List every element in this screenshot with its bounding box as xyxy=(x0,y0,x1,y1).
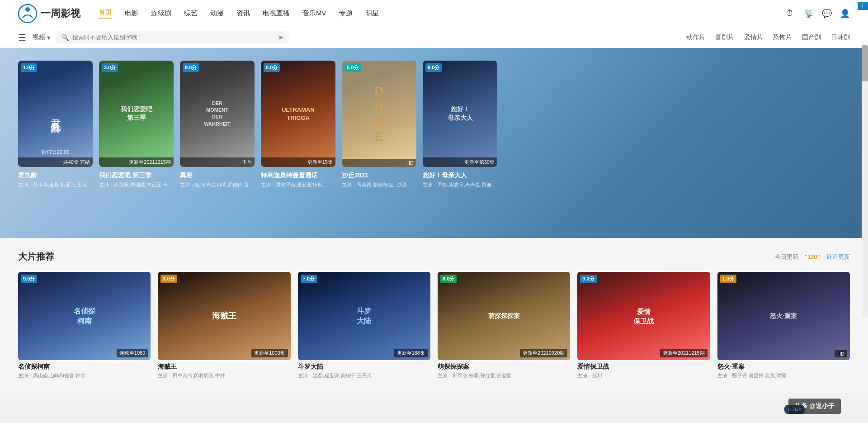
movie-item-6[interactable]: 怒火·重案 1.0分 HD 怒火·重案 主演：甄子丹,谢霆锋,姜岚,谭耀... xyxy=(717,272,850,380)
movie-grid: 名侦探柯南 9.0分 连载至1089 名侦探柯南 主演：高山南,山崎和佳音,神谷… xyxy=(18,272,850,380)
card-date-1: 9月7日20:00 xyxy=(18,147,93,157)
poster-text-6: 您好！母亲大人 xyxy=(448,105,473,123)
movie-score-5: 9.0分 xyxy=(580,275,596,283)
search-icon: 🔍 xyxy=(61,33,70,42)
movie-title-3: 斗罗大陆 xyxy=(298,363,430,371)
filter-comedy[interactable]: 喜剧片 xyxy=(715,33,734,42)
card-badge-2: 更新至20211215期 xyxy=(99,157,174,167)
movie-item-3[interactable]: 斗罗大陆 7.0分 更新至188集 斗罗大陆 主演：沈磊,程玉珠,黄翔宇,王丹兵 xyxy=(298,272,430,380)
chevron-down-icon: ▾ xyxy=(47,34,50,41)
hero-card-4[interactable]: ULTRAMANTRIGGA 8.0分 更新至15集 特利迦奥特曼普通话 主演：… xyxy=(261,61,335,192)
poster-text-1: 君九龄 xyxy=(49,111,62,117)
nav-special[interactable]: 专题 xyxy=(339,9,353,18)
movie-title-6: 怒火·重案 xyxy=(717,363,850,371)
hero-title-6: 您好！母亲大人 xyxy=(423,171,497,180)
movie-cast-1: 主演：高山南,山崎和佳音,神谷... xyxy=(18,372,151,379)
section-header-right: 今日更新 "130" 最近更新 xyxy=(775,253,850,261)
nav-series[interactable]: 连续剧 xyxy=(151,9,171,18)
hero-card-3[interactable]: DERMOMENTDERWAHRHEIT 9.0分 正片 真相 主演：凯特·布兰… xyxy=(180,61,255,192)
second-bar-filters: 动作片 喜剧片 爱情片 恐怖片 国产剧 日韩剧 xyxy=(686,33,850,42)
movie-poster-1: 名侦探柯南 9.0分 连载至1089 xyxy=(18,272,151,360)
card-badge-6: 更新至第30集 xyxy=(423,157,497,167)
today-update-count: "130" xyxy=(805,253,820,260)
hero-card-2[interactable]: 我们恋爱吧第三季 3.0分 更新至20211215期 我们恋爱吧 第三季 主演：… xyxy=(99,61,174,192)
nav-movie[interactable]: 电影 xyxy=(125,9,138,18)
movie-title-5: 爱情保卫战 xyxy=(577,363,710,371)
movie-cast-4: 主演：郭采洁,杨幂,孙红雷,沙溢富... xyxy=(438,372,570,379)
movie-score-2: 3.0分 xyxy=(160,275,177,283)
hero-cast-5: 主演：蒂莫西·柴勒梅德,..沙漠星球... xyxy=(342,181,416,188)
logo-icon xyxy=(18,4,37,23)
card-badge-1: 共40集 完结 xyxy=(18,157,93,167)
hero-card-1[interactable]: 君九龄 1.0分 9月7日20:00 共40集 完结 君九龄 主演：彭小苒,金晨… xyxy=(18,61,93,192)
card-badge-5: HD xyxy=(342,159,416,167)
movie-cast-6: 主演：甄子丹,谢霆锋,姜岚,谭耀... xyxy=(717,372,850,379)
hamburger-menu[interactable]: ☰ xyxy=(18,32,26,43)
nav-variety[interactable]: 综艺 xyxy=(184,9,198,18)
movie-badge-2: 更新至1003集 xyxy=(251,349,288,357)
hero-cast-1: 主演：彭小苒,金晨,杜亚飞,王坯... xyxy=(18,181,93,188)
message-icon[interactable]: 💬 xyxy=(822,9,832,19)
filter-romance[interactable]: 爱情片 xyxy=(744,33,763,42)
movie-item-1[interactable]: 名侦探柯南 9.0分 连载至1089 名侦探柯南 主演：高山南,山崎和佳音,神谷… xyxy=(18,272,151,380)
nav-anime[interactable]: 动漫 xyxy=(210,9,224,18)
filter-action[interactable]: 动作片 xyxy=(686,33,705,42)
movie-cast-3: 主演：沈磊,程玉珠,黄翔宇,王丹兵 xyxy=(298,372,430,379)
filter-horror[interactable]: 恐怖片 xyxy=(773,33,792,42)
card-badge-3: 正片 xyxy=(180,157,255,167)
movie-poster-6: 怒火·重案 1.0分 HD xyxy=(717,272,850,360)
movie-poster-3: 斗罗大陆 7.0分 更新至188集 xyxy=(298,272,430,360)
scrollbar-thumb[interactable] xyxy=(862,45,868,81)
hero-cast-4: 主演：播出平台,更新至15集... xyxy=(261,181,335,188)
filter-domestic[interactable]: 国产剧 xyxy=(802,33,821,42)
user-icon[interactable]: 👤 xyxy=(840,9,850,19)
search-area: 🔍 ➤ xyxy=(55,31,290,43)
hero-title-3: 真相 xyxy=(180,171,255,180)
top-right-widget: T xyxy=(858,2,868,10)
score-badge-1: 1.0分 xyxy=(21,63,37,72)
video-dropdown[interactable]: 视频 ▾ xyxy=(33,33,50,42)
hero-card-5[interactable]: DUNE 5.0分 HD 沙丘2021 主演：蒂莫西·柴勒梅德,..沙漠星球..… xyxy=(342,61,416,192)
logo[interactable]: 一周影视 xyxy=(18,4,80,23)
hero-card-6[interactable]: 您好！母亲大人 9.0分 更新至第30集 您好！母亲大人 主演：尹默,崔志宇,声… xyxy=(423,61,497,192)
rss-icon[interactable]: 📡 xyxy=(804,9,814,19)
top-nav: 一周影视 首页 电影 连续剧 综艺 动漫 资讯 电视直播 音乐MV 专题 明星 … xyxy=(0,0,868,27)
movie-score-1: 9.0分 xyxy=(21,275,37,283)
recommend-section: 大片推荐 今日更新 "130" 最近更新 名侦探柯南 9.0分 连载至1089 … xyxy=(0,238,868,393)
svg-point-1 xyxy=(25,7,30,12)
movie-score-4: 6.0分 xyxy=(440,275,457,283)
nav-right-icons: ⏱ 📡 💬 👤 xyxy=(786,9,850,19)
score-badge-3: 9.0分 xyxy=(183,63,199,72)
movie-title-2: 海贼王 xyxy=(158,363,290,371)
hero-cards: 君九龄 1.0分 9月7日20:00 共40集 完结 君九龄 主演：彭小苒,金晨… xyxy=(18,61,850,192)
score-badge-6: 9.0分 xyxy=(425,63,442,72)
hero-title-5: 沙丘2021 xyxy=(342,171,416,180)
movie-item-5[interactable]: 爱情保卫战 9.0分 更新至20211215期 爱情保卫战 主演：赵川 xyxy=(577,272,710,380)
nav-music[interactable]: 音乐MV xyxy=(302,9,326,18)
filter-jk-drama[interactable]: 日韩剧 xyxy=(831,33,850,42)
movie-item-4[interactable]: 萌探探探案 6.0分 更新至20210920期 萌探探探案 主演：郭采洁,杨幂,… xyxy=(438,272,570,380)
movie-badge-1: 连载至1089 xyxy=(117,349,148,357)
nav-live-tv[interactable]: 电视直播 xyxy=(263,9,290,18)
scrollbar[interactable] xyxy=(862,45,868,317)
hero-title-4: 特利迦奥特曼普通话 xyxy=(261,171,335,180)
movie-cast-2: 主演：田中真弓,冈村明美,中井... xyxy=(158,372,290,379)
search-input[interactable] xyxy=(72,34,275,41)
movie-item-2[interactable]: 海贼王 3.0分 更新至1003集 海贼王 主演：田中真弓,冈村明美,中井... xyxy=(158,272,290,380)
poster-text-2: 我们恋爱吧第三季 xyxy=(121,105,152,123)
nav-home[interactable]: 首页 xyxy=(99,8,112,19)
movie-title-4: 萌探探探案 xyxy=(438,363,570,371)
nav-star[interactable]: 明星 xyxy=(365,9,379,18)
movie-title-1: 名侦探柯南 xyxy=(18,363,151,371)
hero-cast-6: 主演：尹默,崔志宇,声声生,虽姗姗... xyxy=(423,181,497,188)
history-icon[interactable]: ⏱ xyxy=(786,9,796,19)
movie-badge-6: HD xyxy=(835,350,847,357)
movie-badge-5: 更新至20211215期 xyxy=(660,349,708,357)
logo-text: 一周影视 xyxy=(41,7,80,20)
send-icon[interactable]: ➤ xyxy=(278,33,283,42)
movie-poster-2: 海贼王 3.0分 更新至1003集 xyxy=(158,272,290,360)
nav-news[interactable]: 资讯 xyxy=(236,9,250,18)
recent-update-link[interactable]: 最近更新 xyxy=(826,253,850,261)
section-header: 大片推荐 今日更新 "130" 最近更新 xyxy=(18,251,850,263)
movie-score-3: 7.0分 xyxy=(301,275,317,283)
